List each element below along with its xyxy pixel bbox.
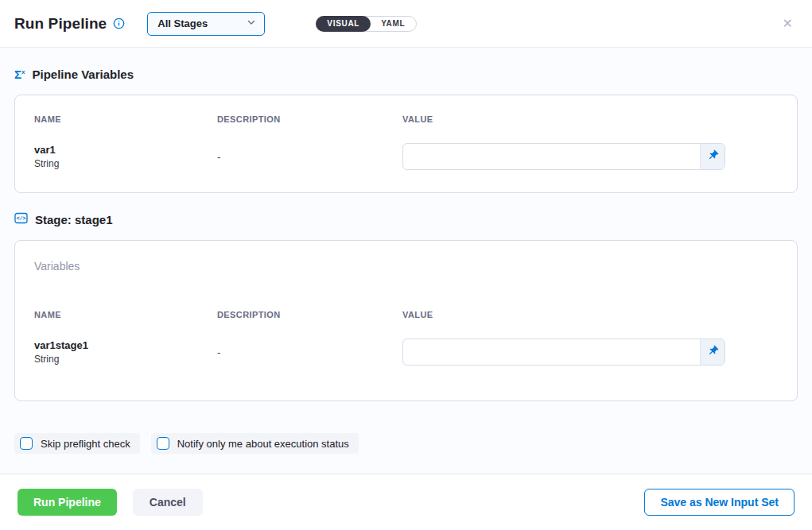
stage-heading: </> Stage: stage1 [14, 193, 798, 226]
notify-only-me-option[interactable]: Notify only me about execution status [151, 433, 359, 454]
column-header-description: DESCRIPTION [217, 114, 402, 124]
variable-type: String [34, 354, 217, 365]
variable-value-group [402, 143, 725, 170]
toggle-yaml[interactable]: YAML [370, 16, 416, 32]
notify-only-me-label: Notify only me about execution status [177, 438, 349, 450]
skip-preflight-checkbox[interactable] [20, 437, 33, 450]
close-icon[interactable]: ✕ [776, 14, 799, 33]
column-header-value: VALUE [402, 310, 778, 319]
variable-name: var1 [34, 144, 217, 156]
pin-runtime-input-button[interactable] [700, 144, 725, 169]
modal-footer: Run Pipeline Cancel Save as New Input Se… [0, 474, 812, 530]
notify-only-me-checkbox[interactable] [157, 437, 169, 450]
modal-body: Σx Pipeline Variables NAME DESCRIPTION V… [0, 48, 812, 474]
variable-value-group [402, 339, 725, 366]
pin-icon [707, 149, 719, 164]
stage-table-header: NAME DESCRIPTION VALUE [34, 310, 778, 319]
execution-options: Skip preflight check Notify only me abou… [14, 433, 798, 454]
visual-yaml-toggle: VISUAL YAML [316, 16, 417, 32]
run-pipeline-button[interactable]: Run Pipeline [17, 489, 117, 516]
skip-preflight-option[interactable]: Skip preflight check [14, 433, 140, 454]
page-title: Run Pipeline [14, 15, 107, 33]
pipeline-var1-value-input[interactable] [403, 144, 700, 169]
table-row: var1stage1 String - [34, 339, 778, 366]
column-header-value: VALUE [402, 114, 778, 124]
toggle-visual[interactable]: VISUAL [316, 16, 371, 32]
stage-select-value: All Stages [157, 17, 208, 29]
stage-variables-subheading: Variables [34, 260, 778, 273]
variable-name-cell: var1 String [34, 144, 217, 169]
pin-icon [707, 345, 719, 359]
stage-variables-card: Variables NAME DESCRIPTION VALUE var1sta… [14, 240, 798, 401]
pin-runtime-input-button[interactable] [700, 339, 725, 365]
stage-code-icon: </> [14, 212, 28, 226]
variable-name: var1stage1 [34, 339, 217, 351]
pipeline-variables-card: NAME DESCRIPTION VALUE var1 String - [14, 95, 798, 193]
stage-select-dropdown[interactable]: All Stages [147, 12, 265, 36]
info-icon[interactable] [113, 17, 125, 29]
pipeline-variables-heading: Σx Pipeline Variables [14, 48, 798, 81]
column-header-description: DESCRIPTION [217, 310, 402, 319]
variable-description: - [217, 346, 402, 358]
stage-title: Stage: stage1 [35, 213, 113, 226]
save-as-new-input-set-button[interactable]: Save as New Input Set [644, 489, 795, 516]
modal-header: Run Pipeline All Stages VISUAL YAML ✕ [0, 0, 812, 48]
variable-description: - [217, 151, 402, 163]
cancel-button[interactable]: Cancel [133, 489, 203, 516]
variable-name-cell: var1stage1 String [34, 339, 217, 365]
pipeline-variables-title: Pipeline Variables [32, 68, 134, 81]
pipeline-table-header: NAME DESCRIPTION VALUE [34, 114, 778, 124]
stage-var1stage1-value-input[interactable] [403, 339, 700, 365]
svg-text:</>: </> [17, 216, 26, 222]
table-row: var1 String - [34, 143, 778, 170]
column-header-name: NAME [34, 310, 217, 319]
variable-type: String [34, 158, 217, 169]
skip-preflight-label: Skip preflight check [41, 438, 130, 450]
column-header-name: NAME [34, 114, 217, 124]
sigma-variable-icon: Σx [14, 68, 25, 80]
chevron-down-icon [247, 17, 256, 29]
